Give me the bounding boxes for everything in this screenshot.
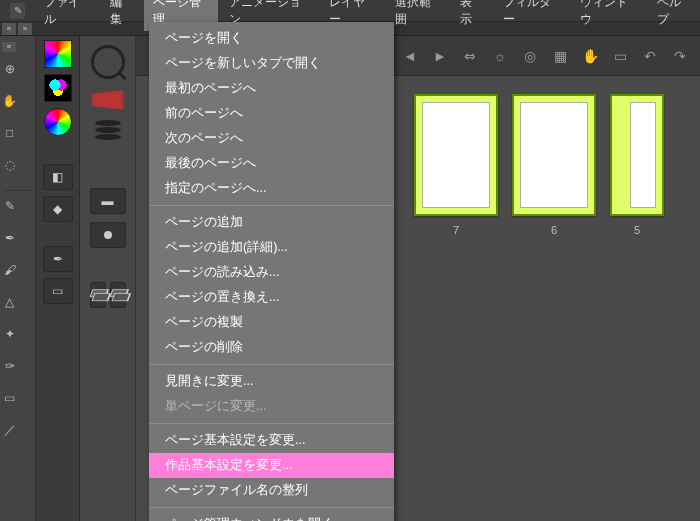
menu-item-指定のページへ[interactable]: 指定のページへ... [149, 176, 394, 201]
page-thumb-5[interactable]: 5 [610, 94, 664, 236]
brush-column: ▬ [80, 36, 136, 521]
layer-btn-1[interactable] [90, 282, 106, 308]
bucket-tool-alt[interactable] [19, 291, 33, 313]
hand-icon[interactable]: ✋ [578, 44, 602, 68]
tool-column: « ⊕✋□◌ ✎✒🖌△✦✑▭／ [0, 36, 36, 521]
page-icon[interactable]: ▭ [608, 44, 632, 68]
page-thumb-6[interactable]: 6 [512, 94, 596, 236]
magnify-tool-alt[interactable] [19, 58, 33, 80]
menu-ファイル[interactable]: ファイル [35, 0, 99, 31]
cmy-swatch[interactable] [44, 74, 72, 102]
menu-item-ページの置き換え[interactable]: ページの置き換え... [149, 285, 394, 310]
menu-item-ページを新しいタブで開く[interactable]: ページを新しいタブで開く [149, 51, 394, 76]
menu-item-ページ基本設定を変更[interactable]: ページ基本設定を変更... [149, 428, 394, 453]
tabstrip-chevron-right[interactable]: » [18, 23, 32, 35]
menu-item-ページを開く[interactable]: ページを開く [149, 26, 394, 51]
app-icon: ✎ [10, 3, 25, 19]
color-column: ◧ ◆ ✒ ▭ [36, 36, 80, 521]
subtool-pen[interactable]: ✒ [43, 246, 73, 272]
grid[interactable]: ▦ [548, 44, 572, 68]
menu-編集[interactable]: 編集 [101, 0, 142, 31]
app-tool[interactable]: □ [3, 122, 17, 144]
menu-表示[interactable]: 表示 [451, 0, 492, 31]
menubar: ✎ ファイル編集ページ管理アニメーションレイヤー選択範囲表示フィルターウィンドウ… [0, 0, 700, 22]
page-thumb-7[interactable]: 7 [414, 94, 498, 236]
rgb-swatch[interactable] [44, 40, 72, 68]
brush-tool-alt[interactable] [19, 259, 33, 281]
toolcol-collapse[interactable]: « [2, 42, 16, 52]
line-tool-alt[interactable] [19, 419, 33, 441]
menu-item-最後のページへ[interactable]: 最後のページへ [149, 151, 394, 176]
bucket-tool[interactable]: △ [3, 291, 17, 313]
path-tool-alt[interactable] [19, 355, 33, 377]
menu-item-ページの削除[interactable]: ページの削除 [149, 335, 394, 360]
color-wheel[interactable] [44, 108, 72, 136]
rotate-left[interactable]: ↶ [638, 44, 662, 68]
app-tool-alt[interactable] [19, 122, 33, 144]
menu-item-最初のページへ[interactable]: 最初のページへ [149, 76, 394, 101]
menu-item-ページの追加(詳細)[interactable]: ページの追加(詳細)... [149, 235, 394, 260]
menu-フィルター[interactable]: フィルター [494, 0, 569, 31]
brush-stroke-icon[interactable] [90, 90, 126, 110]
menu-item-次のページへ[interactable]: 次のページへ [149, 126, 394, 151]
tabstrip-chevron-left[interactable]: « [2, 23, 16, 35]
brush-preset-2[interactable] [90, 222, 126, 248]
menu-separator [149, 423, 394, 424]
eraser-tool-alt[interactable] [19, 387, 33, 409]
eyedropper-tool[interactable]: ✎ [3, 195, 17, 217]
menu-ウィンドウ[interactable]: ウィンドウ [571, 0, 646, 31]
menu-separator [149, 205, 394, 206]
eyedropper-tool-alt[interactable] [19, 195, 33, 217]
hand-tool[interactable]: ✋ [3, 90, 17, 112]
page-number: 5 [634, 224, 640, 236]
nav-right[interactable]: ► [428, 44, 452, 68]
subtool-2[interactable]: ◆ [43, 196, 73, 222]
menu-item-ページファイル名の整列[interactable]: ページファイル名の整列 [149, 478, 394, 503]
shape-tool-alt[interactable] [19, 323, 33, 345]
shape-tool[interactable]: ✦ [3, 323, 17, 345]
hand-tool-alt[interactable] [19, 90, 33, 112]
brush-preset-1[interactable]: ▬ [90, 188, 126, 214]
eraser-tool[interactable]: ▭ [3, 387, 17, 409]
menu-item-ページ管理ウィンドウを開く[interactable]: ページ管理ウィンドウを開く [149, 512, 394, 521]
nav-left[interactable]: ◄ [398, 44, 422, 68]
page-number: 6 [551, 224, 557, 236]
target[interactable]: ◎ [518, 44, 542, 68]
menu-ヘルプ[interactable]: ヘルプ [648, 0, 700, 31]
tool-separator [5, 190, 31, 191]
menu-item-単ページに変更: 単ページに変更... [149, 394, 394, 419]
menu-separator [149, 507, 394, 508]
scroll[interactable]: ⇔ [458, 44, 482, 68]
menu-item-ページの読み込み[interactable]: ページの読み込み... [149, 260, 394, 285]
page-number: 7 [453, 224, 459, 236]
sun-icon[interactable]: ☼ [488, 44, 512, 68]
layer-stack-icon[interactable] [93, 118, 123, 142]
menu-item-見開きに変更[interactable]: 見開きに変更... [149, 369, 394, 394]
line-tool[interactable]: ／ [3, 419, 17, 441]
menu-item-前のページへ[interactable]: 前のページへ [149, 101, 394, 126]
page-management-menu: ページを開くページを新しいタブで開く最初のページへ前のページへ次のページへ最後の… [149, 22, 394, 521]
lasso-tool[interactable]: ◌ [3, 154, 17, 176]
layer-btn-2[interactable] [110, 282, 126, 308]
subtool-1[interactable]: ◧ [43, 164, 73, 190]
path-tool[interactable]: ✑ [3, 355, 17, 377]
magnify-tool[interactable]: ⊕ [3, 58, 17, 80]
menu-item-ページの複製[interactable]: ページの複製 [149, 310, 394, 335]
menu-選択範囲[interactable]: 選択範囲 [386, 0, 450, 31]
subtool-erase[interactable]: ▭ [43, 278, 73, 304]
magnifier-icon[interactable] [88, 42, 128, 82]
rotate-right[interactable]: ↷ [668, 44, 692, 68]
brush-tool[interactable]: 🖌 [3, 259, 17, 281]
menu-item-作品基本設定を変更[interactable]: 作品基本設定を変更... [149, 453, 394, 478]
pen-tool[interactable]: ✒ [3, 227, 17, 249]
menu-item-ページの追加[interactable]: ページの追加 [149, 210, 394, 235]
pen-tool-alt[interactable] [19, 227, 33, 249]
menu-separator [149, 364, 394, 365]
lasso-tool-alt[interactable] [19, 154, 33, 176]
